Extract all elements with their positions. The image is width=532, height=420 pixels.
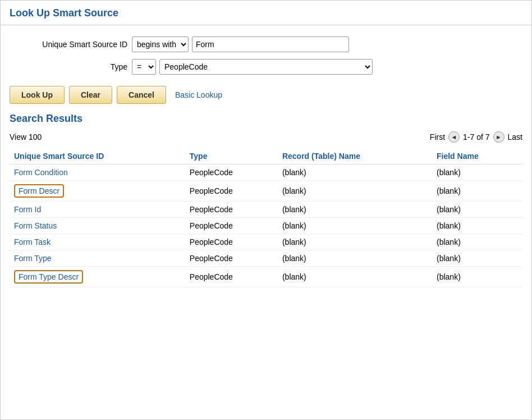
page-title: Look Up Smart Source: [10, 7, 522, 19]
table-body: Form ConditionPeopleCode(blank)(blank)Fo…: [10, 165, 522, 287]
result-id-link[interactable]: Form Task: [14, 238, 51, 246]
pagination: First ◄ 1-7 of 7 ► Last: [430, 131, 522, 143]
result-field: (blank): [432, 165, 522, 181]
result-field: (blank): [432, 250, 522, 267]
result-record: (blank): [278, 234, 432, 250]
table-row: Form StatusPeopleCode(blank)(blank): [10, 218, 522, 234]
table-row: Form IdPeopleCode(blank)(blank): [10, 202, 522, 218]
result-id-highlighted[interactable]: Form Descr: [14, 184, 64, 198]
table-row: Form DescrPeopleCode(blank)(blank): [10, 181, 522, 202]
result-record: (blank): [278, 250, 432, 267]
result-type: PeopleCode: [185, 267, 278, 287]
col-type: Type: [185, 148, 278, 165]
result-type: PeopleCode: [185, 165, 278, 181]
result-type: PeopleCode: [185, 234, 278, 250]
col-field: Field Name: [432, 148, 522, 165]
first-label[interactable]: First: [430, 133, 445, 141]
result-id-link[interactable]: Form Status: [14, 221, 57, 230]
result-record: (blank): [278, 267, 432, 287]
table-row: Form ConditionPeopleCode(blank)(blank): [10, 165, 522, 181]
content-area: Unique Smart Source ID begins with = con…: [1, 25, 531, 299]
table-header: Unique Smart Source ID Type Record (Tabl…: [10, 148, 522, 165]
type-row: Type = != PeopleCode Record Field: [10, 59, 522, 75]
result-type: PeopleCode: [185, 218, 278, 234]
result-field: (blank): [432, 218, 522, 234]
type-label: Type: [10, 62, 127, 71]
uid-operator-select[interactable]: begins with = contains ends with: [132, 36, 189, 52]
result-type: PeopleCode: [185, 181, 278, 202]
result-id-link[interactable]: Form Type: [14, 254, 52, 263]
result-field: (blank): [432, 267, 522, 287]
button-row: Look Up Clear Cancel Basic Lookup: [10, 86, 522, 104]
col-record: Record (Table) Name: [278, 148, 432, 165]
result-record: (blank): [278, 218, 432, 234]
page-range: 1-7 of 7: [463, 133, 489, 141]
result-record: (blank): [278, 165, 432, 181]
cancel-button[interactable]: Cancel: [117, 86, 166, 104]
result-id-highlighted[interactable]: Form Type Descr: [14, 270, 83, 284]
type-value-select[interactable]: PeopleCode Record Field: [159, 59, 373, 75]
result-type: PeopleCode: [185, 250, 278, 267]
result-field: (blank): [432, 181, 522, 202]
basic-lookup-link[interactable]: Basic Lookup: [175, 90, 222, 99]
result-type: PeopleCode: [185, 202, 278, 218]
view-label: View 100: [10, 133, 42, 141]
results-table: Unique Smart Source ID Type Record (Tabl…: [10, 148, 522, 287]
last-label[interactable]: Last: [508, 133, 522, 141]
uid-label: Unique Smart Source ID: [10, 40, 127, 49]
table-row: Form TypePeopleCode(blank)(blank): [10, 250, 522, 267]
table-row: Form Type DescrPeopleCode(blank)(blank): [10, 267, 522, 287]
type-operator-select[interactable]: = !=: [132, 59, 156, 75]
col-uid: Unique Smart Source ID: [10, 148, 185, 165]
result-field: (blank): [432, 234, 522, 250]
result-id-link[interactable]: Form Id: [14, 205, 41, 214]
result-id-link[interactable]: Form Condition: [14, 168, 68, 177]
result-record: (blank): [278, 181, 432, 202]
clear-button[interactable]: Clear: [69, 86, 112, 104]
prev-button[interactable]: ◄: [448, 131, 460, 143]
table-row: Form TaskPeopleCode(blank)(blank): [10, 234, 522, 250]
search-results-section: Search Results View 100 First ◄ 1-7 of 7…: [10, 113, 522, 287]
uid-value-input[interactable]: [192, 36, 349, 52]
next-button[interactable]: ►: [493, 131, 505, 143]
result-record: (blank): [278, 202, 432, 218]
lookup-window: Look Up Smart Source Unique Smart Source…: [0, 0, 532, 420]
uid-row: Unique Smart Source ID begins with = con…: [10, 36, 522, 52]
title-bar: Look Up Smart Source: [1, 1, 531, 25]
lookup-button[interactable]: Look Up: [10, 86, 65, 104]
results-meta: View 100 First ◄ 1-7 of 7 ► Last: [10, 129, 522, 145]
result-field: (blank): [432, 202, 522, 218]
results-title: Search Results: [10, 113, 522, 125]
